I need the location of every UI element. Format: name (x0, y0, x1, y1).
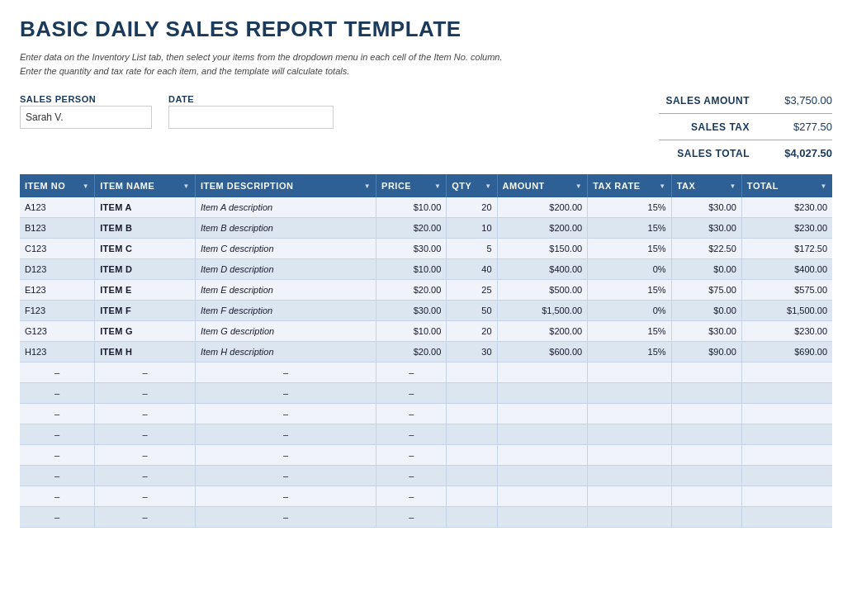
empty-cell-item-no: – (20, 466, 95, 486)
empty-cell-description: – (195, 383, 376, 404)
empty-cell-tax-rate (588, 383, 672, 404)
summary-divider-2 (659, 140, 832, 140)
empty-cell-description: – (195, 424, 376, 445)
salesperson-input[interactable] (20, 106, 152, 129)
cell-item-name: ITEM E (95, 280, 196, 301)
empty-cell-amount (497, 362, 588, 383)
empty-cell-description: – (195, 404, 376, 424)
empty-cell-tax-rate (588, 445, 672, 466)
cell-tax: $90.00 (671, 342, 741, 362)
empty-table-row: –––– (20, 486, 832, 507)
sales-amount-row: SALES AMOUNT $3,750.00 (659, 94, 832, 107)
cell-item-no: A123 (20, 197, 95, 218)
empty-cell-total (741, 445, 832, 466)
th-price[interactable]: PRICE ▼ (376, 174, 447, 197)
empty-cell-amount (497, 486, 588, 507)
date-input[interactable] (168, 106, 334, 129)
empty-cell-amount (497, 466, 588, 486)
cell-item-no: B123 (20, 218, 95, 239)
dropdown-arrow-price[interactable]: ▼ (434, 182, 441, 190)
cell-tax-rate: 15% (588, 218, 672, 239)
empty-cell-tax (671, 466, 741, 486)
th-amount[interactable]: AMOUNT ▼ (497, 174, 588, 197)
empty-cell-tax-rate (588, 362, 672, 383)
salesperson-field: SALES PERSON (20, 94, 152, 129)
dropdown-arrow-tax-rate[interactable]: ▼ (659, 182, 665, 190)
cell-item-name: ITEM F (95, 301, 196, 321)
empty-cell-item-name: – (95, 362, 196, 383)
empty-cell-tax-rate (588, 507, 672, 528)
empty-cell-item-name: – (95, 424, 196, 445)
dropdown-arrow-tax[interactable]: ▼ (729, 182, 736, 190)
cell-total: $172.50 (741, 239, 832, 259)
dropdown-arrow-amount[interactable]: ▼ (575, 182, 582, 190)
th-qty[interactable]: QTY ▼ (447, 174, 497, 197)
cell-item-no: H123 (20, 342, 95, 362)
cell-tax: $30.00 (671, 197, 741, 218)
empty-cell-qty (447, 383, 497, 404)
cell-item-name: ITEM B (95, 218, 196, 239)
empty-cell-item-name: – (95, 445, 196, 466)
empty-table-row: –––– (20, 445, 832, 466)
empty-cell-item-no: – (20, 362, 95, 383)
cell-amount: $200.00 (497, 321, 588, 342)
dropdown-arrow-item-name[interactable]: ▼ (182, 182, 189, 190)
empty-cell-item-no: – (20, 424, 95, 445)
dropdown-arrow-total[interactable]: ▼ (821, 182, 827, 190)
empty-cell-item-name: – (95, 466, 196, 486)
dropdown-arrow-qty[interactable]: ▼ (485, 182, 491, 190)
cell-tax: $0.00 (671, 301, 741, 321)
empty-cell-total (741, 404, 832, 424)
cell-tax: $30.00 (671, 321, 741, 342)
cell-total: $230.00 (741, 197, 832, 218)
table-row: G123 ITEM G Item G description $10.00 20… (20, 321, 832, 342)
empty-cell-description: – (195, 486, 376, 507)
empty-cell-price: – (376, 507, 447, 528)
th-tax[interactable]: TAX ▼ (671, 174, 741, 197)
empty-cell-qty (447, 466, 497, 486)
cell-price: $10.00 (376, 197, 447, 218)
cell-qty: 40 (447, 259, 497, 280)
table-header-row: ITEM NO ▼ ITEM NAME ▼ ITEM DESCRIPTION ▼… (20, 174, 832, 197)
cell-tax: $0.00 (671, 259, 741, 280)
th-item-name[interactable]: ITEM NAME ▼ (95, 174, 196, 197)
empty-cell-item-name: – (95, 404, 196, 424)
empty-cell-qty (447, 362, 497, 383)
empty-cell-amount (497, 383, 588, 404)
empty-cell-total (741, 362, 832, 383)
cell-price: $20.00 (376, 280, 447, 301)
table-row: H123 ITEM H Item H description $20.00 30… (20, 342, 832, 362)
cell-price: $20.00 (376, 218, 447, 239)
form-section: SALES PERSON DATE (20, 94, 334, 129)
top-section: SALES PERSON DATE SALES AMOUNT $3,750.00… (20, 94, 832, 159)
cell-tax: $30.00 (671, 218, 741, 239)
dropdown-arrow-item-no[interactable]: ▼ (83, 182, 89, 190)
cell-tax-rate: 0% (588, 259, 672, 280)
sales-amount-value: $3,750.00 (766, 94, 832, 107)
empty-cell-tax-rate (588, 404, 672, 424)
dropdown-arrow-description[interactable]: ▼ (364, 182, 371, 190)
th-item-no[interactable]: ITEM NO ▼ (20, 174, 95, 197)
empty-cell-total (741, 466, 832, 486)
date-label: DATE (168, 94, 334, 104)
cell-total: $230.00 (741, 321, 832, 342)
cell-total: $230.00 (741, 218, 832, 239)
cell-tax: $75.00 (671, 280, 741, 301)
cell-total: $690.00 (741, 342, 832, 362)
cell-description: Item F description (195, 301, 376, 321)
empty-cell-qty (447, 404, 497, 424)
th-description[interactable]: ITEM DESCRIPTION ▼ (195, 174, 376, 197)
empty-cell-item-no: – (20, 445, 95, 466)
th-tax-rate[interactable]: TAX RATE ▼ (588, 174, 672, 197)
empty-cell-price: – (376, 383, 447, 404)
sales-tax-row: SALES TAX $277.50 (659, 121, 832, 133)
empty-table-row: –––– (20, 466, 832, 486)
th-total[interactable]: TOTAL ▼ (741, 174, 832, 197)
cell-tax-rate: 0% (588, 301, 672, 321)
empty-cell-item-name: – (95, 507, 196, 528)
cell-description: Item B description (195, 218, 376, 239)
cell-amount: $200.00 (497, 218, 588, 239)
cell-description: Item E description (195, 280, 376, 301)
cell-description: Item G description (195, 321, 376, 342)
cell-tax-rate: 15% (588, 239, 672, 259)
